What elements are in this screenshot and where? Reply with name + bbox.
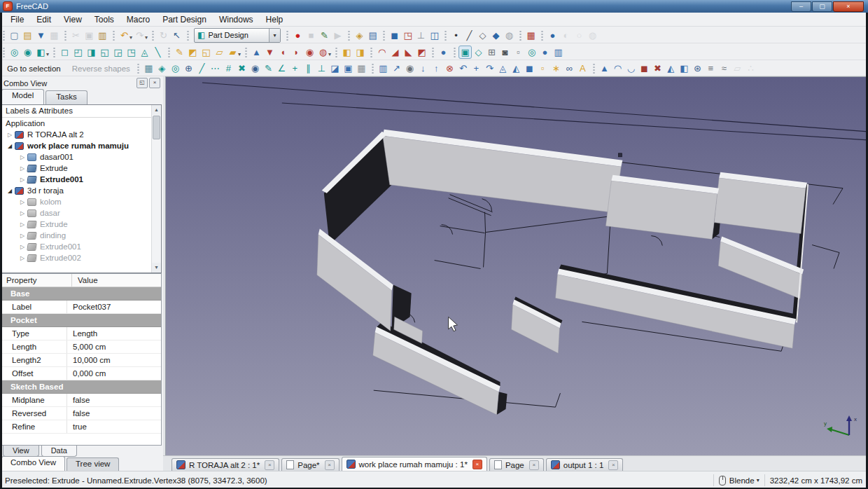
expand-arrow-icon[interactable]: ▷ bbox=[19, 199, 26, 205]
document-tab-page[interactable]: Page*× bbox=[281, 458, 339, 471]
constraint-angle-icon[interactable]: ∠ bbox=[275, 62, 288, 75]
fullscreen-icon[interactable]: ⊞ bbox=[485, 46, 498, 59]
menu-file[interactable]: File bbox=[4, 13, 30, 26]
mirror-tool-icon[interactable]: ◭ bbox=[510, 62, 523, 75]
expand-arrow-icon[interactable]: ▷ bbox=[19, 221, 26, 228]
chevron-down-icon[interactable]: ▾ bbox=[269, 29, 280, 42]
maximize-button[interactable]: ▢ bbox=[812, 1, 832, 12]
solid-cube-icon[interactable]: ◼ bbox=[523, 62, 536, 75]
datum-plane-icon[interactable]: ◧ bbox=[340, 46, 354, 59]
property-row-reversed[interactable]: Reversedfalse bbox=[2, 407, 161, 420]
property-row-type[interactable]: TypeLength bbox=[2, 327, 161, 340]
group-folder-icon[interactable]: ▤ bbox=[366, 29, 379, 42]
tree-item-dinding[interactable]: ▷dinding bbox=[2, 230, 152, 241]
view-rear-icon[interactable]: ◱ bbox=[98, 46, 111, 59]
dolly-head-icon[interactable]: ◉ bbox=[403, 62, 416, 75]
constraint-hash-icon[interactable]: # bbox=[222, 62, 235, 75]
property-value[interactable]: false bbox=[67, 407, 90, 420]
tab-view[interactable]: View bbox=[3, 446, 39, 457]
sketch-edit-icon[interactable]: ◩ bbox=[186, 46, 200, 59]
property-value[interactable]: false bbox=[67, 394, 90, 406]
scene-camera-icon[interactable]: ◙ bbox=[498, 46, 512, 59]
constraint-diamond-icon[interactable]: ◈ bbox=[155, 62, 169, 75]
tree-item-dasar001[interactable]: ▷dasar001 bbox=[2, 151, 152, 163]
grid-table-icon[interactable]: ▦ bbox=[142, 62, 155, 75]
view-axo-icon[interactable]: ◬ bbox=[138, 46, 151, 59]
constraint-block-icon[interactable]: ✖ bbox=[235, 62, 248, 75]
tab-model[interactable]: Model bbox=[1, 89, 44, 104]
toggle-grid-icon[interactable]: ▦ bbox=[355, 62, 368, 75]
scroll-up-icon[interactable]: ▲ bbox=[152, 105, 161, 115]
pocket-icon[interactable]: ▼ bbox=[263, 46, 276, 59]
property-group-sketch-based[interactable]: Sketch Based bbox=[2, 380, 161, 394]
zoom-box-icon[interactable]: ◉ bbox=[21, 46, 34, 59]
combo-view-header[interactable]: Combo View ◱ × bbox=[0, 76, 163, 90]
view-top-icon[interactable]: ◰ bbox=[71, 46, 85, 59]
perspective-icon[interactable]: ◇ bbox=[472, 46, 485, 59]
close-tab-icon[interactable]: × bbox=[325, 460, 335, 470]
menu-windows[interactable]: Windows bbox=[213, 13, 260, 26]
menu-part-design[interactable]: Part Design bbox=[156, 13, 213, 26]
pocket-hole-icon[interactable]: ◉ bbox=[303, 46, 316, 59]
tree-scrollbar[interactable]: ▲ ▼ bbox=[151, 105, 161, 273]
new-file-icon[interactable]: ▢ bbox=[8, 29, 21, 42]
part-cube-icon[interactable]: ◼ bbox=[388, 29, 401, 42]
shape-face-icon[interactable]: ◆ bbox=[489, 29, 503, 42]
level-surface-icon[interactable]: ≈ bbox=[718, 62, 731, 75]
tree-item-dasar[interactable]: ▷dasar bbox=[2, 207, 152, 219]
revolution-icon[interactable]: ◖ bbox=[276, 46, 290, 59]
pad-icon[interactable]: ▲ bbox=[250, 46, 263, 59]
tree-item-extrude[interactable]: ▷Extrude bbox=[2, 163, 152, 174]
explode-icon[interactable]: ⊗ bbox=[443, 62, 456, 75]
close-tab-icon[interactable]: × bbox=[472, 460, 482, 469]
thickness-icon[interactable]: ◩ bbox=[415, 46, 428, 59]
shape-binder-icon[interactable]: ◨ bbox=[354, 46, 367, 59]
tree-item-extrude001[interactable]: ▷Extrude001 bbox=[2, 241, 152, 252]
tab-tree-view[interactable]: Tree view bbox=[66, 457, 119, 471]
collapse-arrow-icon[interactable]: ◢ bbox=[6, 188, 13, 194]
menu-edit[interactable]: Edit bbox=[30, 13, 57, 26]
boolean-icon[interactable]: ● bbox=[437, 46, 450, 59]
view-right-icon[interactable]: ◨ bbox=[85, 46, 98, 59]
document-tab-r-toraja-alt-2-1[interactable]: R TORAJA alt 2 : 1*× bbox=[172, 458, 279, 471]
scrollbar-thumb[interactable] bbox=[153, 116, 160, 139]
rotate-left-icon[interactable]: ↶ bbox=[456, 62, 470, 75]
nav-sphere-icon[interactable]: ● bbox=[538, 46, 552, 59]
tree-item-r-toraja-alt-2[interactable]: ▷R TORAJA alt 2 bbox=[2, 129, 152, 140]
workbench-selector[interactable]: ◧Part Design▾ bbox=[194, 28, 281, 43]
curve-tool-icon[interactable]: ◡ bbox=[624, 62, 638, 75]
wire-frame-icon[interactable]: ▫ bbox=[536, 62, 550, 75]
undo-dropdown-icon[interactable]: ▾ bbox=[130, 34, 132, 41]
fillet-icon[interactable]: ◠ bbox=[375, 46, 388, 59]
constraint-coincident-icon[interactable]: ◎ bbox=[169, 62, 182, 75]
offset-surface-icon[interactable]: ◧ bbox=[678, 62, 691, 75]
minimize-button[interactable]: – bbox=[791, 1, 811, 12]
external-geometry-icon[interactable]: ◪ bbox=[328, 62, 342, 75]
tree-item-kolom[interactable]: ▷kolom bbox=[2, 196, 152, 207]
mannequin-icon[interactable]: ◍ bbox=[503, 29, 516, 42]
constraint-tangent-icon[interactable]: ✎ bbox=[262, 62, 275, 75]
sketch-leave-icon[interactable]: ◱ bbox=[200, 46, 213, 59]
property-row-length2[interactable]: Length210,000 cm bbox=[2, 354, 161, 367]
menu-view[interactable]: View bbox=[57, 13, 88, 26]
hole-dropdown-icon[interactable]: ▾ bbox=[328, 51, 331, 57]
text-shape-icon[interactable]: A bbox=[576, 62, 589, 75]
stamp-tool-icon[interactable]: ⊥ bbox=[414, 29, 428, 42]
tab-tasks[interactable]: Tasks bbox=[46, 90, 87, 104]
sketch-view-icon[interactable]: ▱ bbox=[213, 46, 226, 59]
tree-item-extrude[interactable]: ▷Extrude bbox=[2, 219, 152, 230]
fit-all-icon[interactable]: ◎ bbox=[8, 46, 21, 59]
save-file-icon[interactable]: ▼ bbox=[34, 29, 48, 42]
macro-record-icon[interactable]: ● bbox=[291, 29, 304, 42]
expand-arrow-icon[interactable]: ▷ bbox=[19, 154, 26, 160]
property-row-label[interactable]: LabelPocket037 bbox=[2, 301, 161, 314]
constraint-lock-point-icon[interactable]: ⊕ bbox=[182, 62, 195, 75]
go-to-selection-button[interactable]: Go to selection bbox=[1, 63, 66, 74]
nav-style-dropdown-icon[interactable]: ▾ bbox=[757, 477, 760, 483]
draft-face-icon[interactable]: ◣ bbox=[402, 46, 415, 59]
whats-this-icon[interactable]: ↖ bbox=[170, 29, 183, 42]
expand-arrow-icon[interactable]: ▷ bbox=[19, 177, 26, 183]
carbon-copy-icon[interactable]: ▣ bbox=[342, 62, 355, 75]
mirror-part-icon[interactable]: ◭ bbox=[664, 62, 678, 75]
macro-edit-icon[interactable]: ✎ bbox=[318, 29, 331, 42]
